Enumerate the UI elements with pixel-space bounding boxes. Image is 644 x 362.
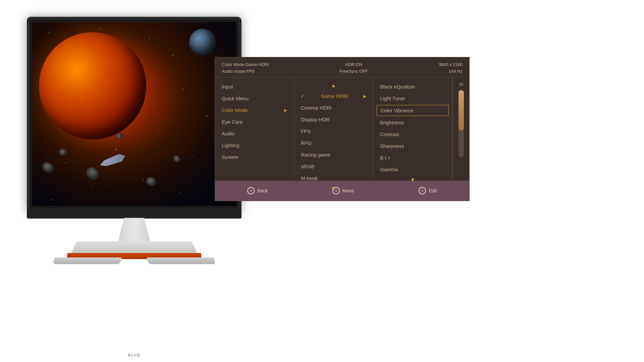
menu-item-audio[interactable]: Audio [215,128,294,139]
svg-point-4 [173,55,174,56]
refresh-label: 144 Hz [449,69,463,74]
menu-item-input[interactable]: Input [215,81,294,93]
menu-item-sharpness[interactable]: Sharpness [373,140,452,152]
svg-point-3 [149,39,150,39]
osd-header-left: Color Mode:Game HDRi Audio mode:FPS [222,61,269,74]
svg-point-20 [92,186,93,187]
menu-item-color-mode[interactable]: Color Mode ▶ [215,104,294,116]
osd-header-right: 3840 x 2160 144 Hz [438,61,463,74]
menu-item-color-vibrance[interactable]: Color Vibrance [377,105,449,116]
menu-item-fps[interactable]: FPS [294,125,373,137]
game-hdri-arrow: ▶ [363,94,366,99]
monitor-bottom-bar [27,208,241,219]
stand-base [70,241,198,255]
scroll-value: 10 [459,82,463,87]
freesync-label: FreeSync OFF [339,69,368,74]
brand-logo: BenQ [128,353,140,357]
menu-item-display-hdr[interactable]: Display HDR [294,114,373,125]
menu-item-m-book[interactable]: M-book [294,172,373,184]
osd-col-color-mode: ▲ ✓ Game HDRi ▶ Cinema HDRi Display HDR … [294,77,373,181]
osd-col-main: Input Quick Menu Color Mode ▶ Eye Care A… [215,77,294,181]
color-mode-arrow: ▶ [284,108,287,113]
svg-point-14 [159,129,160,130]
hdr-label: HDR:ON [345,62,362,67]
scroll-track[interactable] [459,90,464,157]
osd-col-settings: Black eQualizer Light Tuner Color Vibran… [373,77,452,181]
menu-item-rpg[interactable]: RPG [294,137,373,149]
stand-neck [117,218,151,245]
monitor: BenQ [20,17,248,345]
osd-menu: Input Quick Menu Color Mode ▶ Eye Care A… [215,77,469,181]
osd-header-center: HDR:ON FreeSync OFF [339,61,368,74]
color-mode-label: Color Mode:Game HDRi [222,61,269,68]
svg-point-21 [179,193,180,193]
scroll-thumb[interactable] [459,90,464,130]
move-label: Move [342,188,354,193]
space-background [32,22,236,206]
planet-small [189,29,216,56]
menu-item-cinema-hdri[interactable]: Cinema HDRi [294,102,373,114]
svg-point-8 [183,89,184,90]
back-label: Back [257,188,268,193]
menu-item-contrast[interactable]: Contrast [373,128,452,140]
menu-item-game-hdri[interactable]: ✓ Game HDRi ▶ [294,90,373,102]
monitor-frame [27,17,241,211]
svg-point-2 [99,28,100,29]
footer-back[interactable]: ✛ Back [247,187,268,194]
svg-point-22 [52,199,53,200]
back-icon: ✛ [247,187,255,194]
svg-point-11 [206,116,207,117]
stand-feet [54,257,215,264]
stand-foot-left [53,257,121,264]
menu-item-gamma[interactable]: Gamma [373,164,452,175]
stand-foot-right [147,257,215,264]
col3-down-arrow: ▼ [373,175,452,185]
footer-move[interactable]: ✛ Move [332,187,354,194]
menu-item-racing-game[interactable]: Racing game [294,149,373,161]
menu-item-quick-menu[interactable]: Quick Menu [215,93,294,104]
menu-item-black-equalizer[interactable]: Black eQualizer [373,81,452,93]
menu-item-system[interactable]: System [215,151,294,163]
monitor-screen [32,22,236,206]
menu-item-eye-care[interactable]: Eye Care [215,116,294,128]
menu-item-lighting[interactable]: Lighting [215,139,294,151]
osd-scrollbar: 10 [452,77,469,181]
edit-icon: ✛ [419,187,426,194]
col2-up-arrow: ▲ [294,81,373,90]
menu-item-brightness[interactable]: Brightness [373,117,452,128]
svg-point-17 [65,163,66,163]
svg-point-19 [143,179,143,180]
planet-main [39,32,146,139]
svg-point-16 [193,156,194,157]
audio-mode-label: Audio mode:FPS [222,68,269,75]
footer-edit[interactable]: ✛ Edit [419,187,437,194]
menu-item-srgb[interactable]: sRGB [294,161,373,172]
svg-point-12 [59,129,59,130]
check-mark: ✓ [301,94,305,99]
move-icon: ✛ [332,187,340,194]
resolution-label: 3840 x 2160 [438,62,463,67]
edit-label: Edit [429,188,437,193]
osd-panel: Color Mode:Game HDRi Audio mode:FPS HDR:… [215,57,470,201]
menu-item-bi-plus[interactable]: B.I.+ [373,152,452,164]
svg-point-0 [49,32,49,33]
osd-header: Color Mode:Game HDRi Audio mode:FPS HDR:… [215,57,469,77]
svg-point-15 [116,149,117,150]
camera-dot [133,207,135,209]
menu-item-light-tuner[interactable]: Light Tuner [373,93,452,104]
